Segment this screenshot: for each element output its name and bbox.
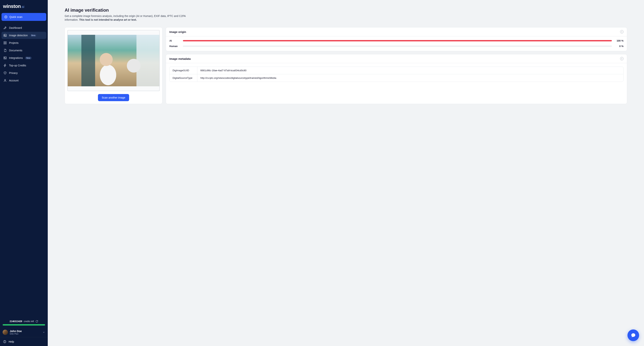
svg-point-12 xyxy=(4,342,5,342)
page-title: AI image verification xyxy=(65,8,627,13)
main-content: AI image verification Get a complete ima… xyxy=(48,0,644,346)
logo-suffix: ai xyxy=(22,5,24,9)
nav-label: Projects xyxy=(9,41,18,44)
svg-rect-7 xyxy=(6,42,6,43)
refresh-icon[interactable] xyxy=(36,320,38,323)
origin-value: 100 % xyxy=(615,39,624,42)
user-plan: Elite Plan xyxy=(10,333,40,335)
nav-privacy[interactable]: Privacy xyxy=(2,69,46,77)
origin-value: 0 % xyxy=(615,45,624,48)
grid-icon xyxy=(4,41,7,45)
nav-account[interactable]: Account xyxy=(2,77,46,84)
nav-label: Documents xyxy=(9,49,22,52)
origin-row-ai: AI 100 % xyxy=(169,39,624,42)
svg-rect-6 xyxy=(4,42,5,43)
help-link[interactable]: Help xyxy=(0,337,48,346)
metadata-card: Image metadata i DigImageGUID 6681c86c-1… xyxy=(166,54,627,104)
new-badge: New xyxy=(25,57,32,60)
table-row: DigImageGUID 6681c86c-18ae-4ad7-87a9-bca… xyxy=(170,67,623,74)
nav-documents[interactable]: Documents xyxy=(2,47,46,54)
metadata-header: Image metadata xyxy=(169,57,190,60)
svg-point-3 xyxy=(5,27,6,28)
sidebar: winston ai Quick scan Dashboard Image de… xyxy=(0,0,48,346)
credits-text: 2146313429 credits left xyxy=(3,320,45,323)
nav-label: Image detection xyxy=(9,34,28,37)
nav-label: Dashboard xyxy=(9,26,22,29)
nav-projects[interactable]: Projects xyxy=(2,39,46,47)
plus-circle-icon xyxy=(4,15,8,19)
progress-track xyxy=(183,40,612,41)
logo[interactable]: winston ai xyxy=(0,0,48,13)
nav-label: Account xyxy=(9,79,18,82)
origin-card: Image origin i AI 100 % Human xyxy=(166,27,627,51)
svg-rect-8 xyxy=(4,43,5,44)
chevron-down-icon xyxy=(42,331,45,333)
meta-val: http://cv.iptc.org/newscodes/digitalsour… xyxy=(197,74,279,82)
image-icon xyxy=(4,34,7,37)
bolt-icon xyxy=(4,64,7,67)
origin-label: AI xyxy=(169,39,180,42)
document-icon xyxy=(4,49,7,52)
help-label: Help xyxy=(9,340,14,343)
shield-icon xyxy=(4,71,7,75)
nav-dashboard[interactable]: Dashboard xyxy=(2,24,46,32)
svg-rect-4 xyxy=(4,34,6,37)
credits-block: 2146313429 credits left xyxy=(0,320,48,327)
credits-fill xyxy=(3,324,45,325)
image-dropzone[interactable] xyxy=(68,30,160,91)
scanned-image xyxy=(68,35,160,86)
info-icon[interactable]: i xyxy=(620,30,624,34)
metadata-table: DigImageGUID 6681c86c-18ae-4ad7-87a9-bca… xyxy=(169,67,624,82)
nav-label: Integrations xyxy=(9,56,23,60)
progress-fill-ai xyxy=(183,40,612,41)
user-menu[interactable]: John Doe Elite Plan xyxy=(0,327,48,337)
credits-suffix: credits left xyxy=(24,320,34,323)
page-description: Get a complete image forensics analysis,… xyxy=(65,14,200,22)
rocket-icon xyxy=(4,26,7,30)
progress-track xyxy=(183,46,612,47)
meta-val: 6681c86c-18ae-4ad7-87a9-bca834cd0c80 xyxy=(197,67,250,74)
meta-key: DigImageGUID xyxy=(170,67,197,74)
user-name: John Doe xyxy=(10,330,40,333)
info-icon[interactable]: i xyxy=(620,57,624,60)
nav-label: Privacy xyxy=(9,72,18,75)
logo-main: winston xyxy=(3,4,21,9)
origin-row-human: Human 0 % xyxy=(169,45,624,48)
avatar xyxy=(3,330,8,335)
beta-badge: Beta xyxy=(30,34,37,37)
origin-label: Human xyxy=(169,45,180,48)
meta-key: DigitalSourceType xyxy=(170,74,197,82)
credits-bar xyxy=(3,324,45,325)
svg-point-10 xyxy=(4,79,6,81)
nav-image-detection[interactable]: Image detection Beta xyxy=(2,32,46,39)
origin-header: Image origin xyxy=(169,30,186,34)
nav-topup[interactable]: Top-up Credits xyxy=(2,62,46,69)
credits-value: 2146313429 xyxy=(10,320,22,323)
table-row: DigitalSourceType http://cv.iptc.org/new… xyxy=(170,74,623,82)
nav-label: Top-up Credits xyxy=(9,64,26,67)
quick-scan-label: Quick scan xyxy=(10,16,22,19)
image-card: Scan another image xyxy=(65,27,162,104)
scan-another-button[interactable]: Scan another image xyxy=(98,94,129,101)
quick-scan-button[interactable]: Quick scan xyxy=(2,13,46,21)
svg-rect-9 xyxy=(6,43,6,44)
nav: Dashboard Image detection Beta Projects … xyxy=(0,24,48,84)
help-icon xyxy=(3,340,6,343)
nav-integrations[interactable]: Integrations New xyxy=(2,54,46,62)
chat-button[interactable] xyxy=(628,329,639,341)
puzzle-icon xyxy=(4,56,7,60)
user-icon xyxy=(4,79,7,82)
